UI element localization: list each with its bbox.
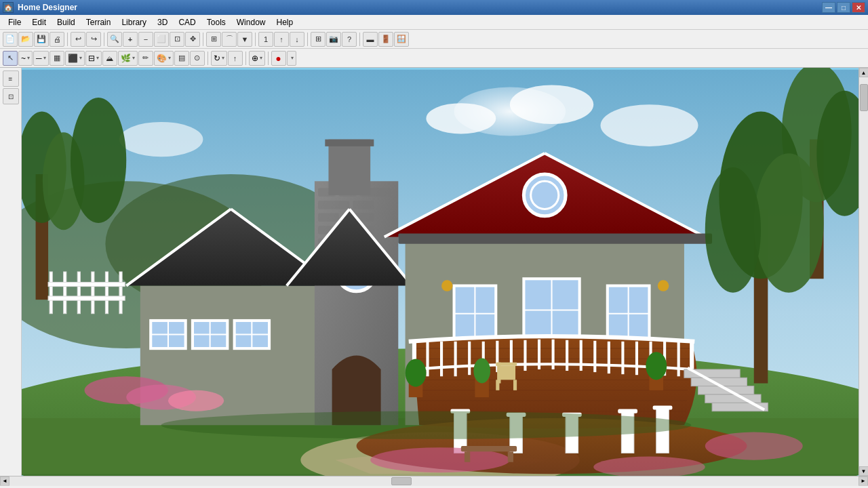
sep-t3 <box>268 52 269 65</box>
menu-tools[interactable]: Tools <box>201 16 231 28</box>
svg-rect-151 <box>465 451 470 462</box>
main-area: ≡ ⊡ <box>0 68 868 476</box>
spline-dropdown[interactable]: ~▾ <box>18 51 33 66</box>
structure-dropdown[interactable]: ⊟▾ <box>85 51 102 66</box>
scroll-thumb-horizontal[interactable] <box>391 477 412 485</box>
down-button[interactable]: ▼ <box>237 32 252 47</box>
save-button[interactable]: 💾 <box>34 32 49 47</box>
svg-point-131 <box>473 359 490 384</box>
3d-button[interactable]: ⊞ <box>311 32 326 47</box>
help-button[interactable]: ? <box>342 32 357 47</box>
measure-button[interactable]: 1 <box>258 32 273 47</box>
maximize-button[interactable]: □ <box>837 2 850 13</box>
arc-button[interactable]: ⌒ <box>222 32 237 47</box>
svg-rect-15 <box>50 272 52 314</box>
scroll-track-horizontal[interactable] <box>9 476 859 486</box>
plant-dropdown[interactable]: 🌿▾ <box>118 51 138 66</box>
svg-rect-96 <box>524 340 526 371</box>
svg-rect-123 <box>705 394 761 403</box>
line-style-dropdown[interactable]: ─▾ <box>33 51 49 66</box>
svg-rect-17 <box>77 272 80 314</box>
scrollbar-vertical[interactable]: ▲ ▼ <box>859 68 868 476</box>
svg-rect-44 <box>353 201 374 209</box>
door-button[interactable]: 🚪 <box>378 32 393 47</box>
terrain-button[interactable]: ⛰ <box>102 51 117 66</box>
find-button[interactable]: 🔍 <box>107 32 122 47</box>
menu-window[interactable]: Window <box>231 16 271 28</box>
sep-t2 <box>245 52 246 65</box>
arrow-up-button[interactable]: ↑ <box>274 32 289 47</box>
material-button[interactable]: ⊙ <box>190 51 205 66</box>
zoom-out-button[interactable]: − <box>138 32 153 47</box>
canvas-area[interactable] <box>22 68 859 476</box>
scroll-left-button[interactable]: ◄ <box>0 476 9 486</box>
menu-3d[interactable]: 3D <box>152 16 173 28</box>
record-dropdown[interactable]: ▾ <box>287 51 296 66</box>
svg-rect-152 <box>508 451 513 462</box>
left-panel: ≡ ⊡ <box>0 68 22 476</box>
minimize-button[interactable]: — <box>822 2 835 13</box>
new-button[interactable]: 📄 <box>3 32 18 47</box>
svg-rect-102 <box>608 342 610 373</box>
snap-dropdown[interactable]: ⊕▾ <box>249 51 265 66</box>
menu-cad[interactable]: CAD <box>173 16 201 28</box>
record-button[interactable]: ● <box>271 51 286 66</box>
menu-help[interactable]: Help <box>271 16 298 28</box>
scroll-up-button[interactable]: ▲ <box>859 68 869 77</box>
svg-point-133 <box>646 352 667 380</box>
svg-rect-19 <box>105 272 108 314</box>
add-button[interactable]: ⊞ <box>206 32 221 47</box>
svg-rect-100 <box>580 340 583 371</box>
sep-6 <box>359 33 360 46</box>
camera-button[interactable]: 📷 <box>326 32 341 47</box>
menu-terrain[interactable]: Terrain <box>81 16 117 28</box>
pencil-button[interactable]: ✏ <box>138 51 153 66</box>
zoom-in-button[interactable]: + <box>123 32 138 47</box>
open-button[interactable]: 📂 <box>18 32 33 47</box>
move-up-button[interactable]: ↑ <box>228 51 243 66</box>
left-tool-1[interactable]: ≡ <box>3 70 19 87</box>
svg-rect-90 <box>440 342 443 376</box>
color-dropdown[interactable]: 🎨▾ <box>154 51 174 66</box>
left-tool-2[interactable]: ⊡ <box>3 88 19 104</box>
scrollbar-horizontal[interactable]: ◄ ► <box>0 476 868 485</box>
sep-2 <box>104 33 104 46</box>
svg-rect-16 <box>64 272 66 314</box>
menu-file[interactable]: File <box>3 16 26 28</box>
object-dropdown[interactable]: ⬛▾ <box>65 51 85 66</box>
svg-point-4 <box>601 104 698 146</box>
menu-library[interactable]: Library <box>116 16 152 28</box>
fill-button[interactable]: ▦ <box>50 51 64 66</box>
texture-button[interactable]: ▤ <box>174 51 189 66</box>
arrow-down-button[interactable]: ↓ <box>290 32 304 47</box>
pointer-button[interactable]: ↖ <box>3 51 18 66</box>
scroll-down-button[interactable]: ▼ <box>859 466 869 476</box>
svg-rect-20 <box>119 272 122 314</box>
scroll-track-vertical[interactable] <box>859 77 869 466</box>
app-icon: 🏠 <box>3 2 14 13</box>
close-button[interactable]: ✕ <box>852 2 865 13</box>
undo-button[interactable]: ↩ <box>71 32 85 47</box>
svg-rect-98 <box>552 340 555 369</box>
select-button[interactable]: ⬜ <box>154 32 169 47</box>
svg-rect-21 <box>48 282 125 286</box>
house-scene <box>22 68 859 476</box>
window-button[interactable]: 🪟 <box>394 32 409 47</box>
svg-rect-97 <box>538 340 540 369</box>
svg-rect-103 <box>621 342 624 374</box>
svg-point-3 <box>426 103 496 134</box>
sep-t1 <box>208 52 208 65</box>
menu-build[interactable]: Build <box>52 16 81 28</box>
redo-button[interactable]: ↪ <box>86 32 101 47</box>
select-all-button[interactable]: ⊡ <box>170 32 184 47</box>
pan-button[interactable]: ✥ <box>185 32 200 47</box>
scroll-thumb-vertical[interactable] <box>860 84 868 111</box>
sep-4 <box>255 33 256 46</box>
svg-point-136 <box>168 390 224 411</box>
rotate-dropdown[interactable]: ↻▾ <box>211 51 227 66</box>
scroll-right-button[interactable]: ► <box>859 476 868 486</box>
print-button[interactable]: 🖨 <box>50 32 64 47</box>
svg-point-129 <box>406 359 427 387</box>
menu-edit[interactable]: Edit <box>26 16 52 28</box>
wall-button[interactable]: ▬ <box>363 32 378 47</box>
